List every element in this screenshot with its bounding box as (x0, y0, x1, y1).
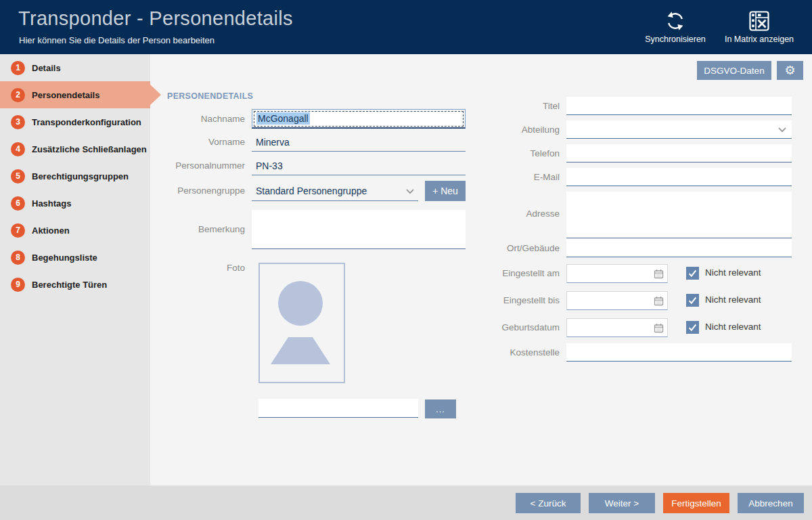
email-input[interactable] (566, 168, 792, 186)
personengruppe-select[interactable]: Standard Personengruppe (252, 181, 418, 201)
eingestellt-bis-date-input[interactable] (566, 291, 668, 310)
kostenstelle-label: Kostenstelle (458, 343, 560, 362)
eingestellt-bis-label: Eingestellt bis (458, 291, 560, 310)
synchronize-label: Synchronisieren (628, 35, 723, 44)
matrix-icon (712, 9, 807, 33)
section-title: PERSONENDETAILS (167, 91, 253, 101)
eingestellt-bis-nicht-relevant-label: Nicht relevant (705, 295, 761, 305)
check-icon (688, 269, 697, 278)
geburtsdatum-nicht-relevant-label: Nicht relevant (705, 322, 761, 332)
gear-icon[interactable]: ⚙ (777, 61, 803, 80)
nachname-label: Nachname (150, 109, 245, 129)
calendar-icon[interactable] (654, 269, 664, 279)
sidebar-item-hashtags[interactable]: 6 Hashtags (0, 190, 150, 217)
show-in-matrix-label: In Matrix anzeigen (712, 35, 807, 44)
geburtsdatum-date-field[interactable] (567, 323, 654, 333)
step-number-badge: 7 (11, 223, 25, 238)
calendar-icon[interactable] (654, 323, 664, 333)
eingestellt-am-nicht-relevant-label: Nicht relevant (705, 267, 761, 278)
step-number-badge: 4 (11, 142, 25, 156)
sidebar-item-berechtigungsgruppen[interactable]: 5 Berechtigungsgruppen (0, 162, 150, 190)
geburtsdatum-label: Geburtsdatum (458, 318, 560, 337)
kostenstelle-input[interactable] (566, 343, 792, 362)
eingestellt-bis-nicht-relevant-checkbox[interactable] (686, 294, 699, 307)
browse-photo-button[interactable]: ... (425, 399, 456, 418)
nachname-input[interactable]: McGonagall (252, 109, 466, 129)
step-number-badge: 3 (11, 115, 25, 129)
personalnummer-input[interactable]: PN-33 (252, 156, 466, 175)
sidebar-item-transponderkonfiguration[interactable]: 3 Transponderkonfiguration (0, 108, 150, 135)
page-title: Transponder - Personendetails (18, 7, 293, 30)
check-icon (688, 296, 697, 305)
vorname-label: Vorname (150, 133, 245, 152)
step-number-badge: 6 (11, 196, 25, 211)
eingestellt-am-nicht-relevant-checkbox[interactable] (686, 267, 699, 280)
chevron-down-icon (778, 123, 786, 135)
header-bar: Transponder - Personendetails Hier könne… (0, 0, 812, 54)
bemerkung-textarea[interactable] (252, 210, 466, 249)
eingestellt-am-date-field[interactable] (567, 269, 654, 279)
eingestellt-bis-date-field[interactable] (567, 296, 654, 306)
abteilung-label: Abteilung (458, 121, 560, 139)
telefon-input[interactable] (566, 144, 792, 162)
page-subtitle: Hier können Sie die Details der Person b… (19, 35, 215, 45)
step-number-badge: 9 (11, 278, 25, 292)
personalnummer-label: Personalnummer (150, 156, 245, 175)
vorname-input[interactable]: Minerva (252, 133, 466, 152)
eingestellt-am-label: Eingestellt am (458, 264, 560, 283)
titel-input[interactable] (566, 97, 792, 115)
sidebar-item-begehungsliste[interactable]: 8 Begehungsliste (0, 244, 150, 271)
adresse-textarea[interactable] (566, 192, 792, 238)
step-number-badge: 8 (11, 251, 25, 265)
geburtsdatum-date-input[interactable] (566, 318, 668, 337)
abteilung-select[interactable] (566, 121, 792, 139)
sync-icon (628, 9, 723, 33)
sidebar-item-aktionen[interactable]: 7 Aktionen (0, 217, 150, 244)
bemerkung-label: Bemerkung (150, 220, 245, 239)
sidebar-item-berechtigte-tueren[interactable]: 9 Berechtigte Türen (0, 271, 150, 298)
footer-bar: < Zurück Weiter > Fertigstellen Abbreche… (0, 485, 812, 520)
sidebar-item-details[interactable]: 1 Details (0, 54, 150, 81)
eingestellt-am-date-input[interactable] (566, 264, 668, 283)
next-button[interactable]: Weiter > (589, 493, 655, 513)
photo-placeholder (258, 263, 345, 383)
back-button[interactable]: < Zurück (516, 493, 581, 513)
sidebar-item-personendetails[interactable]: 2 Personendetails (0, 81, 150, 108)
cancel-button[interactable]: Abbrechen (738, 493, 804, 513)
step-number-badge: 5 (11, 169, 25, 183)
show-in-matrix-button[interactable]: In Matrix anzeigen (712, 9, 807, 44)
synchronize-button[interactable]: Synchronisieren (628, 9, 723, 44)
chevron-down-icon (406, 185, 414, 197)
ort-gebaeude-input[interactable] (566, 239, 792, 257)
geburtsdatum-nicht-relevant-checkbox[interactable] (686, 321, 699, 334)
ort-gebaeude-label: Ort/Gebäude (458, 239, 560, 257)
personengruppe-label: Personengruppe (150, 181, 245, 201)
foto-label: Foto (150, 259, 245, 278)
calendar-icon[interactable] (654, 296, 664, 306)
titel-label: Titel (458, 97, 560, 115)
sidebar-item-zusaetzliche-schliessanlagen[interactable]: 4 Zusätzliche Schließanlagen (0, 135, 150, 162)
form-content: DSGVO-Daten ⚙ PERSONENDETAILS Nachname M… (150, 54, 812, 485)
adresse-label: Adresse (458, 204, 560, 223)
selected-text: McGonagall (256, 112, 310, 125)
telefon-label: Telefon (458, 144, 560, 162)
check-icon (688, 323, 697, 332)
photo-file-input[interactable] (258, 399, 418, 418)
wizard-step-sidebar: 1 Details 2 Personendetails 3 Transponde… (0, 54, 150, 485)
email-label: E-Mail (458, 168, 560, 186)
step-number-badge: 1 (11, 61, 25, 75)
person-silhouette-icon (260, 264, 344, 382)
step-number-badge: 2 (11, 88, 25, 102)
dsgvo-data-button[interactable]: DSGVO-Daten (697, 61, 771, 80)
finish-button[interactable]: Fertigstellen (663, 493, 729, 513)
